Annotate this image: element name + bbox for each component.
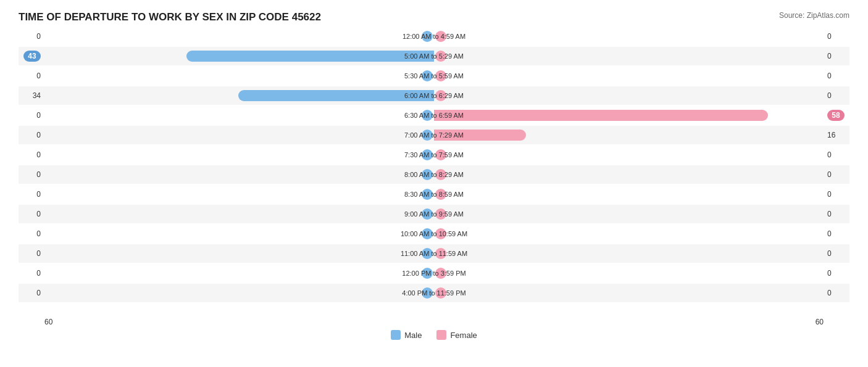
- bars-center: 9:00 AM to 9:59 AM: [44, 205, 824, 223]
- chart-title: TIME OF DEPARTURE TO WORK BY SEX IN ZIP …: [19, 11, 849, 23]
- bar-row: 06:30 AM to 6:59 AM58: [19, 106, 849, 125]
- time-label: 6:30 AM to 6:59 AM: [404, 112, 464, 119]
- left-value: 0: [19, 131, 44, 139]
- bars-center: 8:30 AM to 8:59 AM: [44, 185, 824, 204]
- left-value: 0: [19, 190, 44, 199]
- bar-row: 07:30 AM to 7:59 AM0: [19, 146, 849, 164]
- right-value: 0: [824, 91, 849, 100]
- left-value: 34: [19, 91, 44, 100]
- male-bar: [186, 51, 434, 62]
- legend-male: Male: [391, 330, 422, 340]
- time-label: 5:00 AM to 5:29 AM: [404, 52, 464, 60]
- bottom-axis: 60 60: [19, 318, 849, 326]
- left-value: 0: [19, 111, 44, 120]
- female-bar-wrap: [434, 110, 768, 121]
- chart-area: 012:00 AM to 4:59 AM0435:00 AM to 5:29 A…: [19, 27, 849, 315]
- left-value: 0: [19, 229, 44, 238]
- right-value: 58: [824, 110, 849, 121]
- male-bar-wrap: [186, 51, 434, 62]
- time-label: 7:30 AM to 7:59 AM: [404, 151, 464, 159]
- bars-center: 11:00 AM to 11:59 AM: [44, 244, 824, 263]
- left-value: 0: [19, 269, 44, 278]
- bar-row: 07:00 AM to 7:29 AM16: [19, 126, 849, 144]
- right-value: 0: [824, 210, 849, 218]
- right-value: 0: [824, 289, 849, 297]
- bars-center: 8:00 AM to 8:29 AM: [44, 165, 824, 184]
- left-value: 0: [19, 151, 44, 159]
- legend-female-box: [436, 330, 446, 340]
- legend-female-label: Female: [450, 331, 477, 340]
- right-value: 0: [824, 229, 849, 238]
- time-label: 5:30 AM to 5:59 AM: [404, 72, 464, 80]
- bar-row: 010:00 AM to 10:59 AM0: [19, 225, 849, 243]
- time-label: 4:00 PM to 11:59 PM: [402, 289, 465, 297]
- right-value: 0: [824, 32, 849, 41]
- source-label: Source: ZipAtlas.com: [779, 11, 849, 20]
- bar-row: 012:00 AM to 4:59 AM0: [19, 27, 849, 46]
- right-value: 0: [824, 249, 849, 258]
- right-value: 0: [824, 72, 849, 80]
- bar-row: 05:30 AM to 5:59 AM0: [19, 67, 849, 85]
- bars-center: 6:30 AM to 6:59 AM: [44, 106, 824, 125]
- left-value: 43: [19, 51, 44, 62]
- bars-center: 5:00 AM to 5:29 AM: [44, 47, 824, 65]
- bars-center: 4:00 PM to 11:59 PM: [44, 284, 824, 302]
- left-value: 0: [19, 72, 44, 80]
- bars-center: 5:30 AM to 5:59 AM: [44, 67, 824, 85]
- time-label: 11:00 AM to 11:59 AM: [401, 250, 467, 257]
- male-badge: 43: [23, 51, 41, 62]
- right-value: 0: [824, 269, 849, 278]
- right-value: 0: [824, 52, 849, 60]
- bar-row: 011:00 AM to 11:59 AM0: [19, 244, 849, 263]
- left-value: 0: [19, 170, 44, 179]
- legend-male-label: Male: [404, 331, 422, 340]
- left-value: 0: [19, 249, 44, 258]
- time-label: 7:00 AM to 7:29 AM: [404, 131, 464, 139]
- bars-center: 12:00 AM to 4:59 AM: [44, 27, 824, 46]
- bars-center: 6:00 AM to 6:29 AM: [44, 86, 824, 105]
- bar-row: 04:00 PM to 11:59 PM0: [19, 284, 849, 302]
- axis-right: 60: [816, 318, 824, 326]
- female-bar: [434, 110, 768, 121]
- left-value: 0: [19, 32, 44, 41]
- time-label: 10:00 AM to 10:59 AM: [401, 230, 467, 237]
- bars-center: 7:00 AM to 7:29 AM: [44, 126, 824, 144]
- bar-row: 435:00 AM to 5:29 AM0: [19, 47, 849, 65]
- bar-row: 012:00 PM to 3:59 PM0: [19, 264, 849, 282]
- bar-row: 09:00 AM to 9:59 AM0: [19, 205, 849, 223]
- time-label: 6:00 AM to 6:29 AM: [404, 92, 464, 99]
- left-value: 0: [19, 210, 44, 218]
- bars-center: 10:00 AM to 10:59 AM: [44, 225, 824, 243]
- bar-row: 08:30 AM to 8:59 AM0: [19, 185, 849, 204]
- bars-center: 12:00 PM to 3:59 PM: [44, 264, 824, 282]
- female-badge: 58: [827, 110, 845, 121]
- time-label: 8:00 AM to 8:29 AM: [404, 171, 464, 178]
- right-value: 16: [824, 131, 849, 139]
- bar-row: 08:00 AM to 8:29 AM0: [19, 165, 849, 184]
- right-value: 0: [824, 170, 849, 179]
- left-value: 0: [19, 289, 44, 297]
- bar-row: 346:00 AM to 6:29 AM0: [19, 86, 849, 105]
- right-value: 0: [824, 190, 849, 199]
- time-label: 9:00 AM to 9:59 AM: [404, 210, 464, 218]
- bars-center: 7:30 AM to 7:59 AM: [44, 146, 824, 164]
- legend: Male Female: [19, 330, 849, 340]
- legend-male-box: [391, 330, 401, 340]
- axis-left: 60: [44, 318, 52, 326]
- chart-container: TIME OF DEPARTURE TO WORK BY SEX IN ZIP …: [0, 0, 868, 367]
- time-label: 12:00 PM to 3:59 PM: [402, 270, 465, 277]
- time-label: 8:30 AM to 8:59 AM: [404, 191, 464, 198]
- time-label: 12:00 AM to 4:59 AM: [403, 33, 465, 40]
- right-value: 0: [824, 151, 849, 159]
- legend-female: Female: [436, 330, 477, 340]
